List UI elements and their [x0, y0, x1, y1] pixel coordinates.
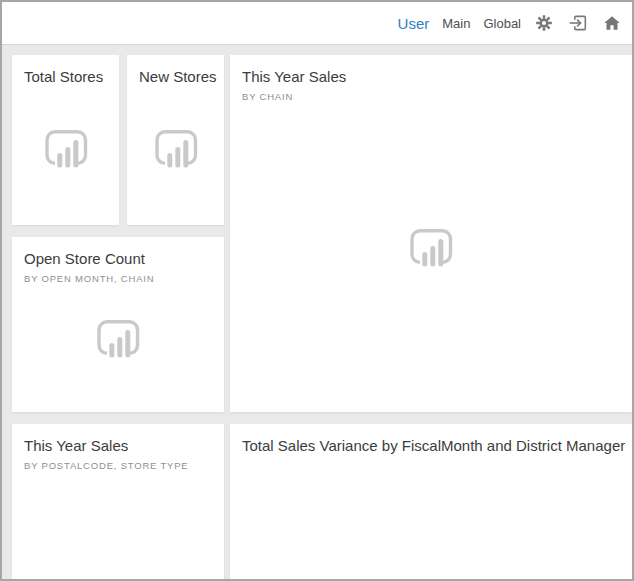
tile-total-stores[interactable]: Total Stores	[12, 55, 119, 225]
powerbi-logo-icon	[153, 128, 199, 174]
powerbi-logo-icon	[43, 128, 89, 174]
tile-subtitle: BY CHAIN	[242, 91, 620, 102]
tile-title: This Year Sales	[242, 68, 620, 87]
tile-open-store-count[interactable]: Open Store Count BY OPEN MONTH, CHAIN	[12, 237, 224, 412]
tile-title: This Year Sales	[24, 437, 212, 456]
settings-icon[interactable]	[534, 13, 554, 33]
nav-item-main[interactable]: Main	[442, 16, 470, 31]
home-icon[interactable]	[602, 13, 622, 33]
tile-title: Total Sales Variance by FiscalMonth and …	[242, 437, 620, 456]
tile-title: Total Stores	[24, 68, 107, 87]
app-window: User Main Global	[0, 0, 634, 581]
tile-title: New Stores	[139, 68, 212, 87]
tile-this-year-sales-by-chain[interactable]: This Year Sales BY CHAIN	[230, 55, 632, 412]
top-nav: User Main Global	[2, 2, 632, 45]
tile-total-sales-variance[interactable]: Total Sales Variance by FiscalMonth and …	[230, 424, 632, 581]
powerbi-logo-icon	[95, 318, 141, 364]
tile-this-year-sales-by-postalcode[interactable]: This Year Sales BY POSTALCODE, STORE TYP…	[12, 424, 224, 581]
nav-item-global[interactable]: Global	[483, 16, 521, 31]
signout-icon[interactable]	[567, 12, 589, 34]
tile-subtitle: BY OPEN MONTH, CHAIN	[24, 273, 212, 284]
tile-subtitle: BY POSTALCODE, STORE TYPE	[24, 460, 212, 471]
powerbi-logo-icon	[408, 227, 454, 273]
tile-new-stores[interactable]: New Stores	[127, 55, 224, 225]
nav-item-user[interactable]: User	[398, 15, 430, 32]
tile-title: Open Store Count	[24, 250, 212, 269]
